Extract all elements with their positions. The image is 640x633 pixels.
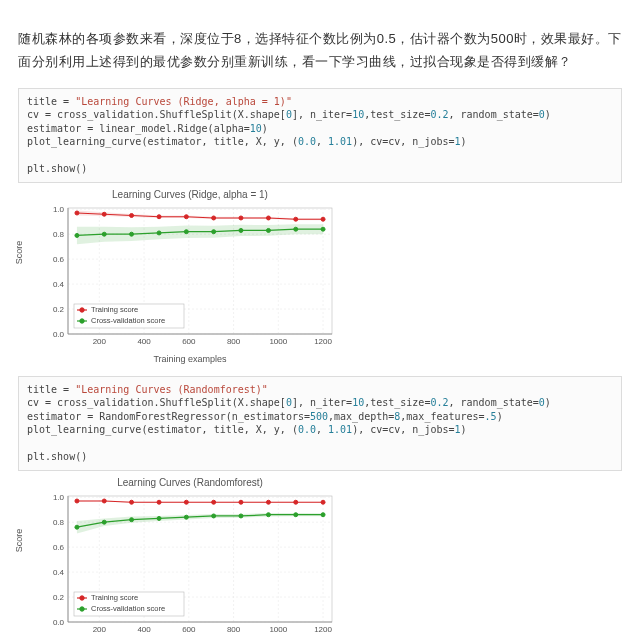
svg-point-38 <box>102 232 106 236</box>
svg-point-92 <box>102 520 106 524</box>
svg-point-45 <box>294 227 298 231</box>
code-number: 0.2 <box>430 397 448 408</box>
code-number: 1.01 <box>328 424 352 435</box>
code-string: "Learning Curves (Randomforest)" <box>75 384 268 395</box>
svg-text:0.8: 0.8 <box>53 230 65 239</box>
svg-text:200: 200 <box>93 625 107 633</box>
svg-point-33 <box>239 216 243 220</box>
code-number: 10 <box>352 109 364 120</box>
svg-point-95 <box>184 515 188 519</box>
code-text: plot_learning_curve(estimator, title, X,… <box>27 424 298 435</box>
svg-text:0.0: 0.0 <box>53 618 65 627</box>
code-text: , <box>316 424 328 435</box>
svg-text:400: 400 <box>137 337 151 346</box>
code-number: 0.0 <box>298 424 316 435</box>
chart-title: Learning Curves (Ridge, alpha = 1) <box>40 189 340 200</box>
svg-point-29 <box>130 213 134 217</box>
code-text: cv = cross_validation.ShuffleSplit(X.sha… <box>27 109 286 120</box>
code-number: 10 <box>250 123 262 134</box>
code-number: 500 <box>310 411 328 422</box>
code-text: ], n_iter= <box>292 109 352 120</box>
code-rf: title = "Learning Curves (Randomforest)"… <box>18 376 622 471</box>
svg-point-87 <box>239 500 243 504</box>
code-number: 0.2 <box>430 109 448 120</box>
code-string: "Learning Curves (Ridge, alpha = 1)" <box>75 96 292 107</box>
code-number: 0.0 <box>298 136 316 147</box>
code-text: ) <box>545 109 551 120</box>
svg-text:200: 200 <box>93 337 107 346</box>
svg-point-43 <box>239 228 243 232</box>
svg-point-100 <box>321 512 325 516</box>
svg-text:600: 600 <box>182 625 196 633</box>
svg-point-90 <box>321 500 325 504</box>
article-body: 随机森林的各项参数来看，深度位于8，选择特征个数比例为0.5，估计器个数为500… <box>0 0 640 74</box>
code-text: plot_learning_curve(estimator, title, X,… <box>27 136 298 147</box>
code-text: , <box>316 136 328 147</box>
svg-point-93 <box>130 517 134 521</box>
svg-point-31 <box>184 215 188 219</box>
svg-point-81 <box>75 499 79 503</box>
code-text: , random_state= <box>448 109 538 120</box>
svg-text:1200: 1200 <box>314 625 332 633</box>
svg-text:0.8: 0.8 <box>53 518 65 527</box>
code-number: 10 <box>352 397 364 408</box>
code-ridge: title = "Learning Curves (Ridge, alpha =… <box>18 88 622 183</box>
svg-text:0.6: 0.6 <box>53 543 65 552</box>
code-text: ) <box>461 136 467 147</box>
svg-text:1000: 1000 <box>269 337 287 346</box>
chart-title: Learning Curves (Randomforest) <box>40 477 340 488</box>
svg-point-41 <box>184 229 188 233</box>
code-text: title = <box>27 384 75 395</box>
code-text: ) <box>497 411 503 422</box>
y-axis-label: Score <box>14 529 24 553</box>
svg-point-96 <box>212 514 216 518</box>
code-text: estimator = RandomForestRegressor(n_esti… <box>27 411 310 422</box>
ridge-section: title = "Learning Curves (Ridge, alpha =… <box>0 88 640 364</box>
svg-point-28 <box>102 212 106 216</box>
code-text: ,max_features= <box>400 411 484 422</box>
svg-text:0.0: 0.0 <box>53 330 65 339</box>
svg-text:Training score: Training score <box>91 305 138 314</box>
svg-point-35 <box>294 217 298 221</box>
svg-point-88 <box>266 500 270 504</box>
svg-text:0.2: 0.2 <box>53 593 65 602</box>
svg-point-94 <box>157 516 161 520</box>
svg-text:400: 400 <box>137 625 151 633</box>
svg-point-37 <box>75 233 79 237</box>
svg-point-97 <box>239 514 243 518</box>
code-text: plt.show() <box>27 451 87 462</box>
code-text: estimator = linear_model.Ridge(alpha= <box>27 123 250 134</box>
svg-point-91 <box>75 525 79 529</box>
svg-text:0.4: 0.4 <box>53 280 65 289</box>
svg-text:Cross-validation score: Cross-validation score <box>91 604 165 613</box>
code-text: ) <box>461 424 467 435</box>
code-text: cv = cross_validation.ShuffleSplit(X.sha… <box>27 397 286 408</box>
svg-text:1.0: 1.0 <box>53 205 65 214</box>
svg-point-89 <box>294 500 298 504</box>
svg-point-85 <box>184 500 188 504</box>
svg-point-82 <box>102 499 106 503</box>
svg-point-40 <box>157 231 161 235</box>
code-text: ) <box>262 123 268 134</box>
intro-paragraph: 随机森林的各项参数来看，深度位于8，选择特征个数比例为0.5，估计器个数为500… <box>18 27 622 74</box>
svg-text:0.4: 0.4 <box>53 568 65 577</box>
code-text: plt.show() <box>27 163 87 174</box>
code-text: ,test_size= <box>364 397 430 408</box>
chart-svg: 0.00.20.40.60.81.020040060080010001200Tr… <box>40 202 340 352</box>
svg-point-32 <box>212 216 216 220</box>
code-text: ,max_depth= <box>328 411 394 422</box>
code-number: 1.01 <box>328 136 352 147</box>
svg-point-34 <box>266 216 270 220</box>
code-number: .5 <box>485 411 497 422</box>
code-text: ], n_iter= <box>292 397 352 408</box>
chart-rf: Learning Curves (Randomforest) Score 0.0… <box>40 477 340 633</box>
svg-point-36 <box>321 217 325 221</box>
chart-ridge: Learning Curves (Ridge, alpha = 1) Score… <box>40 189 340 364</box>
svg-point-84 <box>157 500 161 504</box>
svg-text:Cross-validation score: Cross-validation score <box>91 316 165 325</box>
svg-text:800: 800 <box>227 625 241 633</box>
svg-text:0.6: 0.6 <box>53 255 65 264</box>
svg-point-39 <box>130 232 134 236</box>
svg-point-44 <box>266 228 270 232</box>
svg-text:1000: 1000 <box>269 625 287 633</box>
